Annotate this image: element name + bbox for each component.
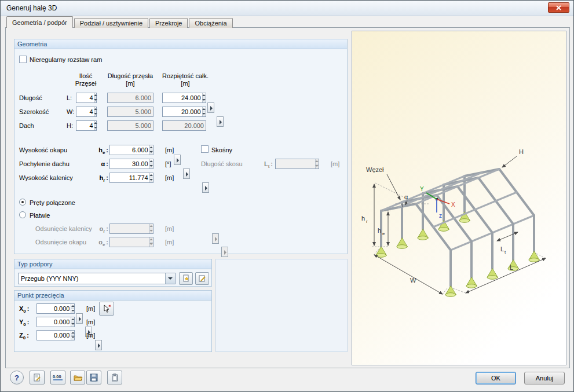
close-button[interactable] [548, 2, 569, 13]
haunch-length-unit: [m] [331, 160, 339, 168]
help-button[interactable]: ? [10, 371, 24, 384]
bottom-bar: ? 0.00 [5, 371, 570, 389]
column-header-span-length: Długość przęsła[m] [99, 72, 162, 87]
he-label: h [378, 227, 381, 234]
x0-input[interactable] [37, 304, 71, 313]
clipboard-icon [110, 373, 119, 382]
haunch-length-symbol: Lt: [255, 160, 273, 169]
eave-height-unit: [m] [165, 146, 174, 154]
radio-prety-polaczone-label: Pręty połączone [30, 199, 75, 207]
radio-platwie[interactable] [19, 211, 26, 218]
width-row-symbol: W: [67, 108, 74, 116]
l-label: L [510, 264, 513, 271]
group-typ-podpory: Typ podpory Przegub (YYY NNY) [14, 259, 212, 287]
length-total-detail-button[interactable] [207, 102, 214, 113]
skosny-label: Skośny [211, 146, 232, 154]
eave-height-spinner[interactable] [149, 145, 153, 155]
open-button[interactable] [70, 371, 85, 384]
ridge-height-input[interactable] [110, 173, 149, 182]
eave-offset-unit: [m] [165, 239, 174, 246]
z0-detail-button[interactable] [95, 340, 102, 350]
tab-przekroje[interactable]: Przekroje [149, 18, 188, 28]
roof-count-input[interactable] [76, 121, 94, 130]
h-label: H [519, 148, 524, 155]
radio-prety-polaczone[interactable] [19, 199, 26, 206]
save-button[interactable] [86, 371, 101, 384]
y0-spinner[interactable] [71, 317, 74, 327]
eave-height-field [109, 145, 153, 155]
help-icon: ? [14, 373, 19, 382]
irregular-spacing-checkbox[interactable] [19, 56, 27, 63]
hr-label: h [361, 215, 365, 222]
eave-offset-spinner [149, 237, 153, 247]
svg-text:0.00: 0.00 [53, 374, 61, 379]
width-count-input[interactable] [76, 107, 94, 116]
width-total-field [162, 107, 206, 117]
ridge-height-spinner[interactable] [149, 173, 153, 182]
new-support-button[interactable] [179, 272, 193, 285]
length-total-spinner[interactable] [202, 93, 206, 102]
group-typ-podpory-header: Typ podpory [14, 259, 211, 269]
new-page-icon [181, 274, 191, 283]
y0-field [36, 317, 75, 327]
roof-count-spinner[interactable] [94, 121, 96, 130]
tab-obciazenia[interactable]: Obciążenia [189, 18, 232, 28]
x0-detail-button[interactable] [76, 313, 83, 324]
pick-point-button[interactable] [99, 302, 114, 316]
ok-button[interactable]: OK [476, 372, 516, 384]
titlebar[interactable]: Generuj halę 3D [1, 1, 573, 16]
ridge-offset-field [109, 224, 153, 234]
roof-total-field [162, 120, 206, 131]
z0-input[interactable] [37, 331, 71, 340]
length-count-spinner[interactable] [94, 93, 96, 102]
support-type-combo[interactable]: Przegub (YYY NNY) [18, 273, 176, 284]
roof-slope-unit: [°] [165, 160, 171, 168]
width-total-spinner[interactable] [202, 107, 206, 116]
eave-height-detail-button[interactable] [174, 155, 181, 165]
y0-input[interactable] [37, 317, 71, 327]
comment-button[interactable] [30, 371, 45, 384]
y0-symbol: Y0: [19, 318, 34, 327]
group-punkt-przeciecia-header: Punkt przecięcia [14, 291, 211, 301]
roof-slope-input[interactable] [110, 159, 149, 168]
length-total-input[interactable] [163, 93, 202, 102]
ridge-offset-spinner [149, 224, 153, 233]
support-type-value: Przegub (YYY NNY) [19, 275, 165, 282]
combo-dropdown-button[interactable] [165, 273, 175, 284]
cancel-button[interactable]: Anuluj [524, 372, 565, 384]
floppy-icon [89, 373, 98, 382]
roof-slope-field [109, 159, 153, 169]
width-total-detail-button[interactable] [217, 116, 224, 127]
eave-offset-detail-button [221, 247, 228, 257]
eave-height-symbol: he: [87, 146, 108, 155]
ridge-offset-input [110, 224, 149, 233]
width-total-input[interactable] [163, 107, 202, 116]
node-label: Węzeł [366, 166, 384, 173]
transfer-button[interactable] [107, 371, 122, 384]
lt-label: L [500, 246, 504, 252]
hall-3d-drawing: Węzeł h r h e α [352, 31, 566, 365]
pick-cursor-icon [102, 304, 111, 313]
width-span-field [107, 107, 153, 117]
roof-slope-label: Pochylenie dachu [19, 160, 70, 168]
units-button[interactable]: 0.00 [50, 371, 65, 384]
haunch-length-field [275, 159, 319, 169]
group-geometria: Geometria Nieregularny rozstaw ram Ilość… [14, 39, 348, 254]
length-count-input[interactable] [76, 93, 94, 102]
tab-podzial-usztywnienie[interactable]: Podział / usztywnienie [74, 18, 148, 28]
eave-height-input[interactable] [110, 145, 149, 155]
edit-support-button[interactable] [195, 272, 209, 285]
tab-geometria-podpor[interactable]: Geometria / podpór [6, 16, 73, 28]
ridge-height-detail-button[interactable] [202, 182, 209, 193]
he-sub: e [382, 231, 385, 236]
width-count-spinner[interactable] [94, 107, 96, 116]
x0-spinner[interactable] [71, 304, 74, 313]
hr-sub: r [366, 219, 368, 224]
axis-x-label: X [451, 202, 455, 208]
skosny-checkbox[interactable] [201, 145, 209, 153]
y0-unit: [m] [86, 318, 95, 326]
roof-slope-spinner[interactable] [149, 159, 153, 168]
radio-platwie-label: Płatwie [30, 212, 50, 219]
roof-slope-detail-button[interactable] [183, 168, 190, 179]
z0-spinner[interactable] [71, 331, 74, 340]
